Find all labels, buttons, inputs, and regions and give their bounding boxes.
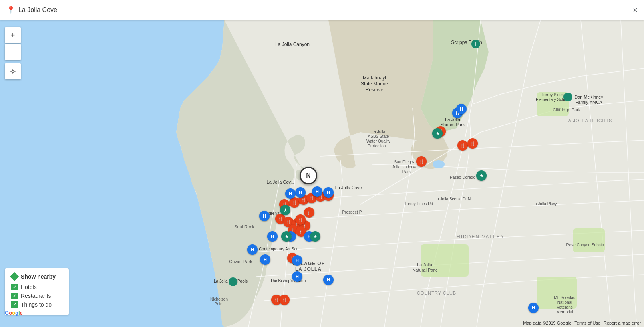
restaurant-marker[interactable]: 🍴 bbox=[304, 207, 314, 218]
svg-point-5 bbox=[433, 160, 445, 168]
map-controls: + − bbox=[5, 27, 21, 79]
hotel-marker[interactable]: H bbox=[259, 211, 270, 221]
restaurants-label: Restaurants bbox=[21, 293, 51, 299]
svg-point-52 bbox=[12, 70, 14, 72]
activity-marker[interactable]: ★ bbox=[280, 205, 290, 215]
activities-label: Things to do bbox=[21, 301, 52, 308]
svg-text:La Jolla: La Jolla bbox=[417, 262, 433, 267]
svg-text:Seal Rock: Seal Rock bbox=[234, 224, 255, 229]
map-container: La Jolla Canyon Scripps Beach Matlahuayl… bbox=[0, 0, 644, 327]
map-area[interactable]: La Jolla Canyon Scripps Beach Matlahuayl… bbox=[0, 20, 644, 327]
hotels-checkbox[interactable] bbox=[11, 284, 18, 290]
activity-marker[interactable]: ★ bbox=[310, 231, 320, 242]
svg-text:Contemporary Art San...: Contemporary Art San... bbox=[259, 247, 302, 251]
map-attribution: Map data ©2019 Google bbox=[523, 321, 571, 325]
svg-text:State Marine: State Marine bbox=[361, 81, 388, 87]
legend-restaurants-item[interactable]: Restaurants bbox=[11, 293, 62, 299]
svg-text:Family YMCA: Family YMCA bbox=[575, 100, 602, 105]
svg-text:Torrey Pines Rd: Torrey Pines Rd bbox=[405, 202, 433, 206]
svg-text:Cuvier Park: Cuvier Park bbox=[229, 259, 252, 264]
close-button[interactable]: × bbox=[633, 6, 638, 14]
hotel-marker[interactable]: H bbox=[323, 275, 334, 285]
google-logo: Google bbox=[5, 310, 23, 316]
restaurant-marker[interactable]: 🍴 bbox=[279, 295, 290, 305]
hotel-marker[interactable]: H bbox=[260, 254, 270, 265]
svg-text:Water Quality: Water Quality bbox=[366, 139, 390, 143]
page-title: La Jolla Cove bbox=[18, 6, 57, 14]
svg-text:Reserve: Reserve bbox=[366, 87, 384, 93]
svg-text:Matlahuayl: Matlahuayl bbox=[363, 75, 386, 81]
svg-text:Cliffridge Park: Cliffridge Park bbox=[553, 107, 581, 112]
legend-title: Show nearby bbox=[11, 273, 62, 280]
top-bar: 📍 La Jolla Cove × bbox=[0, 0, 644, 20]
legend-panel: Show nearby Hotels Restaurants Things to… bbox=[5, 268, 69, 315]
hotels-label: Hotels bbox=[21, 284, 37, 290]
hotel-marker[interactable]: H bbox=[323, 187, 334, 198]
svg-text:La Jolla Cave: La Jolla Cave bbox=[335, 185, 362, 190]
svg-text:COUNTRY CLUB: COUNTRY CLUB bbox=[417, 291, 456, 295]
place-icon[interactable]: i bbox=[471, 40, 480, 48]
place-icon[interactable]: i bbox=[229, 277, 237, 286]
svg-text:Park: Park bbox=[402, 170, 411, 174]
svg-text:La Jolla Scenic Dr N: La Jolla Scenic Dr N bbox=[435, 197, 471, 201]
svg-text:Paseo Dorado: Paseo Dorado bbox=[450, 175, 475, 180]
hotel-marker[interactable]: H bbox=[456, 104, 467, 114]
legend-title-text: Show nearby bbox=[21, 273, 56, 280]
restaurant-marker[interactable]: 🍴 bbox=[457, 140, 468, 151]
svg-text:Point: Point bbox=[215, 302, 224, 306]
svg-text:Torrey Pines: Torrey Pines bbox=[541, 93, 564, 97]
place-icon[interactable]: i bbox=[564, 93, 572, 101]
my-location-button[interactable] bbox=[5, 63, 21, 79]
activity-marker[interactable]: ★ bbox=[476, 170, 487, 181]
legend-hotels-item[interactable]: Hotels bbox=[11, 284, 62, 290]
svg-text:HIDDEN VALLEY: HIDDEN VALLEY bbox=[457, 234, 505, 240]
hotel-marker[interactable]: H bbox=[528, 303, 539, 313]
svg-text:Veterans: Veterans bbox=[557, 305, 572, 309]
diamond-icon bbox=[10, 272, 19, 281]
svg-text:La Jolla Cov...: La Jolla Cov... bbox=[267, 180, 294, 184]
zoom-out-button[interactable]: − bbox=[5, 44, 21, 60]
svg-text:La Jolla Canyon: La Jolla Canyon bbox=[275, 42, 310, 47]
terms-link[interactable]: Terms of Use bbox=[574, 321, 600, 325]
svg-text:Memorial: Memorial bbox=[556, 310, 573, 314]
svg-text:Protection...: Protection... bbox=[368, 144, 389, 148]
activities-checkbox[interactable] bbox=[11, 301, 18, 308]
activity-marker[interactable]: ★ bbox=[432, 128, 443, 139]
hotel-marker[interactable]: H bbox=[285, 188, 296, 199]
svg-text:Rose Canyon Substa...: Rose Canyon Substa... bbox=[566, 243, 608, 247]
svg-text:National: National bbox=[557, 300, 572, 305]
location-pin-icon: 📍 bbox=[6, 6, 15, 14]
svg-text:La Jolla: La Jolla bbox=[372, 129, 386, 134]
hotel-marker[interactable]: H bbox=[247, 244, 258, 255]
svg-text:LA JOLLA HEIGHTS: LA JOLLA HEIGHTS bbox=[566, 118, 612, 123]
svg-text:Dan McKinney: Dan McKinney bbox=[574, 95, 603, 99]
svg-text:Natural Park: Natural Park bbox=[412, 268, 437, 272]
svg-text:ASBS State: ASBS State bbox=[368, 134, 389, 139]
hotel-marker[interactable]: H bbox=[295, 187, 306, 198]
activity-marker[interactable]: ★ bbox=[281, 231, 292, 242]
hotel-marker[interactable]: H bbox=[267, 231, 278, 242]
svg-text:Prospect Pl: Prospect Pl bbox=[342, 210, 362, 214]
map-footer: Map data ©2019 Google Terms of Use Repor… bbox=[523, 321, 641, 325]
svg-text:Mt. Soledad: Mt. Soledad bbox=[554, 295, 575, 300]
hotel-marker[interactable]: H bbox=[312, 186, 322, 197]
svg-text:San Diego-La: San Diego-La bbox=[394, 160, 419, 164]
svg-text:Nicholson: Nicholson bbox=[210, 297, 228, 301]
restaurants-checkbox[interactable] bbox=[11, 293, 18, 299]
zoom-in-button[interactable]: + bbox=[5, 27, 21, 43]
main-location-marker[interactable]: N bbox=[300, 167, 317, 184]
map-svg: La Jolla Canyon Scripps Beach Matlahuayl… bbox=[0, 20, 644, 327]
legend-activities-item[interactable]: Things to do bbox=[11, 301, 62, 308]
svg-rect-4 bbox=[573, 228, 605, 252]
report-link[interactable]: Report a map error bbox=[604, 321, 641, 325]
svg-text:La Jolla Pkwy: La Jolla Pkwy bbox=[532, 202, 557, 206]
restaurant-marker[interactable]: 🍴 bbox=[467, 138, 478, 149]
hotel-marker[interactable]: H bbox=[292, 255, 302, 266]
hotel-marker[interactable]: H bbox=[292, 271, 302, 282]
restaurant-marker[interactable]: 🍴 bbox=[416, 156, 427, 167]
